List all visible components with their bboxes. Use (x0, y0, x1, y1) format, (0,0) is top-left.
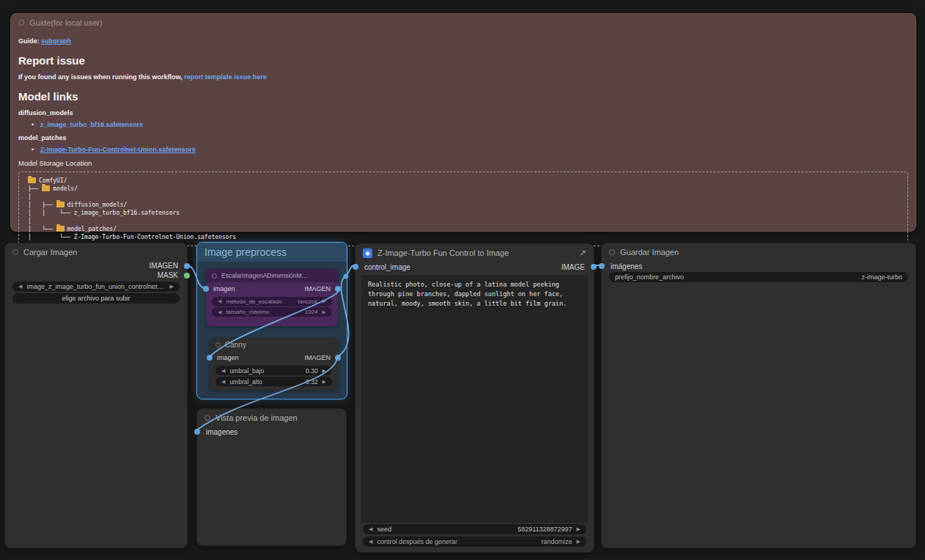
canny-node-header[interactable]: Canny (210, 338, 338, 351)
high-threshold-label: umbral_alto (229, 378, 301, 386)
mask-output-label: MASK (158, 271, 178, 279)
image-output-port[interactable] (335, 286, 341, 292)
images-input-port[interactable] (194, 429, 200, 435)
image-preprocess-subgraph-node[interactable]: Image preprocess EscalarImagenADimensión… (196, 242, 347, 399)
images-input-slot: imágenes (602, 261, 915, 271)
folder-icon (56, 226, 65, 232)
scale-image-node-header[interactable]: EscalarImagenADimensiónM... (206, 269, 338, 282)
subgraph-header[interactable]: Image preprocess (197, 243, 347, 262)
zimage-node-badge-icon: ◆ (363, 248, 372, 258)
zimage-node-title: Z-Image-Turbo Fun Control to Image (377, 248, 509, 257)
seed-label: seed (377, 526, 513, 533)
preview-node-header[interactable]: Vista previa de imagen (197, 409, 346, 427)
decrement-arrow-icon[interactable]: ◀ (221, 368, 225, 374)
collapse-dot-icon[interactable] (609, 249, 615, 255)
increment-arrow-icon[interactable]: ▶ (323, 309, 326, 315)
zimage-slots: control_image IMAGE (355, 262, 594, 272)
model-storage-tree: ComfyUI/├── models/││ ├── diffusion_mode… (18, 172, 908, 246)
decrement-arrow-icon[interactable]: ◀ (221, 379, 225, 385)
collapse-dot-icon[interactable] (18, 20, 24, 26)
canny-node[interactable]: Canny imagen IMAGEN ◀ umbral_bajo 0.30 ▶… (210, 338, 338, 391)
image-file-value: image_z_image_turbo_fun_union_controlnet… (26, 283, 165, 290)
next-arrow-icon[interactable]: ▶ (323, 298, 326, 304)
tree-line: │ └── Z-Image-Turbo-Fun-Controlnet-Union… (28, 233, 899, 241)
comfyui-canvas[interactable]: Guide(for local user) Guide: subgraph Re… (0, 0, 925, 560)
control-after-generate-label: control después de generar (377, 538, 537, 545)
prev-arrow-icon[interactable]: ◀ (218, 298, 221, 304)
scale-image-node-title: EscalarImagenADimensiónM... (221, 272, 307, 279)
filename-prefix-widget[interactable]: prefijo_nombre_archivo z-image-turbo (609, 272, 908, 282)
report-text: If you found any issues when running thi… (18, 73, 183, 81)
image-file-combo[interactable]: ◀ image_z_image_turbo_fun_union_controln… (12, 281, 180, 292)
preview-node-title: Vista previa de imagen (215, 413, 298, 422)
subgraph-title: Image preprocess (204, 246, 287, 258)
save-node-header[interactable]: Guardar Imagen (602, 243, 915, 261)
next-arrow-icon[interactable]: ▶ (577, 539, 581, 545)
expand-icon[interactable]: ↗ (579, 248, 586, 258)
prev-arrow-icon[interactable]: ◀ (369, 539, 372, 545)
load-image-node-title: Cargar Imagen (23, 248, 77, 257)
next-arrow-icon[interactable]: ▶ (170, 284, 174, 290)
image-output-port[interactable] (591, 264, 597, 270)
control-after-generate-value: randomize (542, 538, 572, 545)
increment-arrow-icon[interactable]: ▶ (323, 368, 326, 374)
image-input-port[interactable] (207, 355, 213, 361)
decrement-arrow-icon[interactable]: ◀ (369, 526, 372, 532)
high-threshold-value: 0.32 (306, 378, 318, 386)
control-image-input-port[interactable] (353, 264, 358, 270)
low-threshold-widget[interactable]: ◀ umbral_bajo 0.30 ▶ (215, 366, 332, 375)
control-after-generate-widget[interactable]: ◀ control después de generar randomize ▶ (363, 537, 586, 547)
image-output-label: IMAGEN (304, 285, 331, 292)
low-threshold-label: umbral_bajo (229, 367, 301, 375)
collapse-dot-icon[interactable] (204, 415, 210, 421)
guide-node-header[interactable]: Guide(for local user) (11, 14, 915, 32)
images-input-port[interactable] (599, 263, 605, 269)
upload-file-button[interactable]: elige archivo para subir (12, 293, 180, 303)
zimage-node-header[interactable]: ◆ Z-Image-Turbo Fun Control to Image ↗ (355, 244, 594, 262)
max-size-widget[interactable]: ◀ tamaño_máximo 1024 ▶ (212, 307, 332, 317)
storage-heading: Model Storage Location (18, 159, 908, 167)
max-size-label: tamaño_máximo (226, 309, 300, 315)
control-image-input-label: control_image (364, 263, 410, 271)
zimage-control-node[interactable]: ◆ Z-Image-Turbo Fun Control to Image ↗ c… (355, 243, 594, 553)
mask-output-port[interactable] (184, 273, 190, 279)
collapse-dot-icon[interactable] (215, 342, 221, 347)
guide-node-title: Guide(for local user) (29, 18, 103, 27)
guide-note-node[interactable]: Guide(for local user) Guide: subgraph Re… (10, 13, 916, 232)
image-input-port[interactable] (203, 286, 209, 292)
increment-arrow-icon[interactable]: ▶ (323, 379, 326, 385)
upload-file-button-label: elige archivo para subir (62, 295, 130, 302)
model-patches-label: model_patches (18, 134, 908, 141)
guide-line: Guide: subgraph (18, 37, 908, 45)
preview-image-node[interactable]: Vista previa de imagen imagenes (196, 408, 347, 546)
images-input-slot: imagenes (197, 427, 346, 437)
guide-markdown: Guide: subgraph Report issue If you foun… (11, 32, 915, 246)
folder-icon (28, 177, 36, 183)
image-output-port[interactable] (335, 355, 341, 361)
scale-image-node[interactable]: EscalarImagenADimensiónM... imagen IMAGE… (206, 269, 338, 326)
save-image-node[interactable]: Guardar Imagen imágenes prefijo_nombre_a… (601, 243, 916, 548)
tree-line: ├── models/ (28, 185, 899, 193)
report-template-link[interactable]: report template issue here (184, 73, 267, 81)
prompt-textarea[interactable]: Realistic photo, close-up of a latina mo… (361, 275, 588, 523)
increment-arrow-icon[interactable]: ▶ (577, 526, 581, 532)
tree-line: │ (28, 217, 899, 225)
image-output-label: IMAGE (561, 263, 585, 271)
collapse-dot-icon[interactable] (12, 249, 18, 255)
collapse-dot-icon[interactable] (212, 273, 217, 279)
load-image-node[interactable]: Cargar Imagen IMAGEN MASK ◀ image_z_imag… (4, 243, 188, 548)
scale-method-widget[interactable]: ◀ método_de_escalado lanczos ▶ (212, 297, 332, 306)
seed-widget[interactable]: ◀ seed 582911328872997 ▶ (363, 524, 586, 534)
image-output-port[interactable] (184, 263, 190, 269)
tree-line: │ │ └── z_image_turbo_bf16.safetensors (28, 209, 899, 217)
load-image-node-header[interactable]: Cargar Imagen (5, 243, 187, 261)
prev-arrow-icon[interactable]: ◀ (18, 284, 22, 290)
canny-node-title: Canny (225, 341, 246, 349)
high-threshold-widget[interactable]: ◀ umbral_alto 0.32 ▶ (215, 377, 332, 386)
images-input-label: imágenes (611, 262, 642, 270)
decrement-arrow-icon[interactable]: ◀ (218, 309, 221, 315)
model-patch-link[interactable]: Z-Image-Turbo-Fun-Controlnet-Union.safet… (40, 146, 196, 153)
subgraph-link[interactable]: subgraph (41, 37, 71, 45)
diffusion-model-link[interactable]: z_image_turbo_bf16.safetensors (40, 121, 143, 128)
filename-prefix-value: z-image-turbo (861, 273, 902, 281)
